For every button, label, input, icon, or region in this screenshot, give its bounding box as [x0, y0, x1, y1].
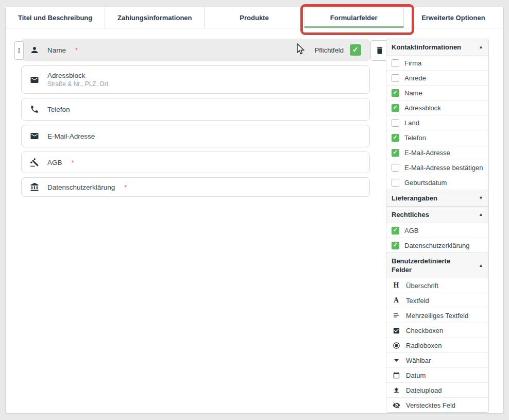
- calendar-icon: [392, 372, 401, 379]
- envelope-icon: [30, 131, 40, 141]
- sidebar-item-textfeld[interactable]: ATextfeld: [386, 293, 488, 308]
- drag-handle[interactable]: [14, 41, 24, 60]
- sidebar-item-land[interactable]: Land: [386, 115, 488, 130]
- sidebar-item-datenschutzerklaerung[interactable]: Datenschutzerklärung: [386, 238, 488, 253]
- field-row-name[interactable]: Name* Pflichtfeld: [21, 39, 370, 61]
- form-editor-window: Titel und Beschreibung Zahlungsinformati…: [5, 7, 504, 413]
- checkbox-checked[interactable]: [392, 104, 399, 112]
- field-label: AGB: [47, 159, 62, 166]
- section-kontaktinformationen[interactable]: Kontaktinformationen ▲: [386, 39, 488, 55]
- chevron-down-icon: ▼: [479, 194, 483, 203]
- required-checkbox[interactable]: [350, 44, 361, 56]
- field-row-datenschutz[interactable]: Datenschutzerklärung*: [21, 177, 370, 197]
- sidebar-item-radioboxen[interactable]: Radioboxen: [386, 338, 488, 352]
- sidebar-item-firma[interactable]: Firma: [386, 55, 488, 70]
- checkbox-checked[interactable]: [392, 242, 399, 249]
- field-label: Telefon: [47, 106, 70, 113]
- tab-bar: Titel und Beschreibung Zahlungsinformati…: [6, 7, 503, 28]
- sidebar-item-mehrzeiliges-textfeld[interactable]: Mehrzeiliges Textfeld: [386, 308, 488, 323]
- gavel-icon: [30, 157, 40, 167]
- sidebar-item-datum[interactable]: Datum: [386, 367, 488, 382]
- field-label: E-Mail-Adresse: [47, 132, 95, 140]
- field-row-email[interactable]: E-Mail-Adresse: [21, 125, 370, 147]
- tab-content: Name* Pflichtfeld Adressblock Straße & N…: [6, 28, 503, 413]
- tab-titel-und-beschreibung[interactable]: Titel und Beschreibung: [6, 7, 105, 28]
- checkbox-unchecked[interactable]: [392, 164, 399, 172]
- sidebar-item-dateiupload[interactable]: Dateiupload: [386, 382, 488, 397]
- sidebar-item-name[interactable]: Name: [386, 85, 488, 100]
- field-label: Adressblock: [47, 72, 108, 79]
- multiline-icon: [392, 312, 401, 320]
- tab-produkte[interactable]: Produkte: [205, 7, 304, 28]
- field-sublabel: Straße & Nr., PLZ, Ort: [47, 80, 108, 88]
- checkbox-checked[interactable]: [392, 227, 399, 234]
- field-row-telefon[interactable]: Telefon: [21, 98, 370, 121]
- section-lieferangaben[interactable]: Lieferangaben ▼: [386, 190, 488, 206]
- checkbox-checked[interactable]: [392, 149, 399, 157]
- text-icon: A: [392, 296, 401, 305]
- checkbox-checked[interactable]: [392, 134, 399, 142]
- checkbox-unchecked[interactable]: [392, 59, 399, 67]
- field-library-sidebar: Kontaktinformationen ▲ Firma Anrede Name…: [386, 39, 489, 413]
- field-label: Datenschutzerklärung: [47, 183, 115, 191]
- checkbox-checked[interactable]: [392, 89, 399, 97]
- tab-erweiterte-optionen[interactable]: Erweiterte Optionen: [404, 7, 503, 28]
- pflichtfeld-label: Pflichtfeld: [315, 46, 344, 54]
- chevron-up-icon: ▲: [479, 43, 483, 52]
- hidden-eye-icon: [392, 401, 401, 409]
- sidebar-item-checkboxen[interactable]: Checkboxen: [386, 323, 488, 338]
- field-row-adressblock[interactable]: Adressblock Straße & Nr., PLZ, Ort: [21, 65, 370, 94]
- chevron-up-icon: ▲: [479, 210, 483, 219]
- checkbox-unchecked[interactable]: [392, 119, 399, 127]
- trash-icon: [375, 46, 384, 55]
- required-star: *: [124, 183, 127, 191]
- required-star: *: [72, 159, 74, 166]
- field-row-agb[interactable]: AGB*: [21, 152, 370, 173]
- upload-icon: [392, 387, 401, 394]
- section-benutzerdefinierte-felder[interactable]: Benutzerdefinierte Felder ▲: [386, 253, 488, 278]
- dropdown-icon: [392, 357, 401, 364]
- checkbox-icon: [392, 327, 401, 334]
- tab-formularfelder[interactable]: Formularfelder: [304, 7, 404, 28]
- checkbox-unchecked[interactable]: [392, 179, 399, 187]
- heading-icon: H: [392, 281, 401, 290]
- checkbox-unchecked[interactable]: [392, 74, 399, 82]
- sidebar-item-agb[interactable]: AGB: [386, 223, 488, 238]
- sidebar-item-adressblock[interactable]: Adressblock: [386, 100, 488, 115]
- tab-zahlungsinformationen[interactable]: Zahlungsinformationen: [105, 7, 205, 28]
- phone-icon: [30, 104, 40, 114]
- envelope-icon: [30, 75, 40, 85]
- sidebar-item-ueberschrift[interactable]: HÜberschrift: [386, 278, 488, 293]
- sidebar-item-email[interactable]: E-Mail-Adresse: [386, 145, 488, 160]
- required-star: *: [75, 46, 78, 54]
- sidebar-item-telefon[interactable]: Telefon: [386, 130, 488, 145]
- sidebar-item-waehlbar[interactable]: Wählbar: [386, 352, 488, 367]
- section-rechtliches[interactable]: Rechtliches ▲: [386, 206, 488, 223]
- bank-icon: [30, 182, 40, 192]
- form-canvas: Name* Pflichtfeld Adressblock Straße & N…: [21, 39, 370, 197]
- sidebar-item-verstecktes-feld[interactable]: Verstecktes Feld: [386, 397, 488, 412]
- sidebar-item-email-bestaetigen[interactable]: E-Mail-Adresse bestätigen: [386, 160, 488, 175]
- radio-icon: [392, 342, 401, 349]
- person-icon: [30, 45, 40, 55]
- sidebar-item-anrede[interactable]: Anrede: [386, 70, 488, 85]
- chevron-up-icon: ▲: [479, 261, 483, 270]
- field-label: Name: [47, 46, 66, 54]
- vertical-move-icon: [16, 46, 22, 55]
- sidebar-item-geburtsdatum[interactable]: Geburtsdatum: [386, 175, 488, 190]
